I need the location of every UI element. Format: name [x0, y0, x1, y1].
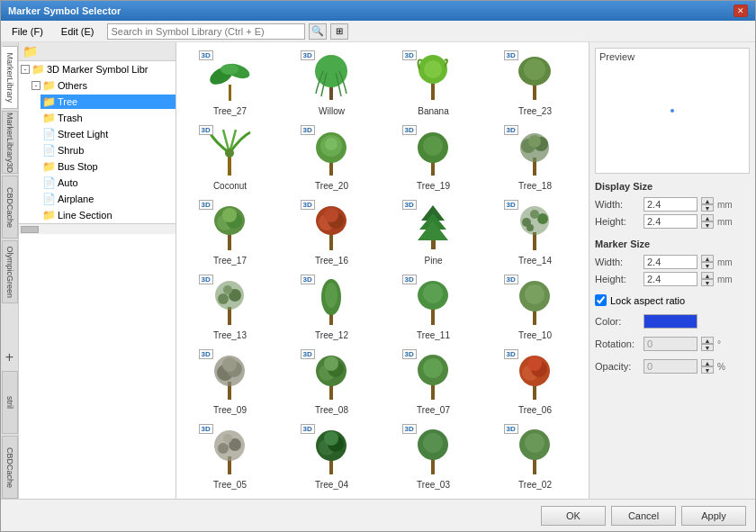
display-height-down[interactable]: ▼	[701, 221, 714, 229]
symbol-cell-tree16[interactable]: 3D Tree_16	[282, 195, 382, 268]
cancel-button[interactable]: Cancel	[611, 506, 676, 526]
expand-others-icon[interactable]: -	[32, 81, 40, 90]
symbol-cell-tree12[interactable]: 3D Tree_12	[282, 270, 382, 343]
symbol-cell-tree02[interactable]: 3D Tree_02	[485, 419, 585, 492]
tree-root-node[interactable]: - 📁 3D Marker Symbol Libr	[19, 61, 176, 77]
symbol-img-tree14: 3D	[504, 200, 567, 254]
color-label: Color:	[595, 316, 640, 327]
symbol-cell-willow[interactable]: 3D Willow	[282, 46, 382, 119]
marker-width-input[interactable]	[644, 255, 698, 269]
symbol-cell-tree11[interactable]: 3D Tree_11	[383, 270, 483, 343]
lock-aspect-checkbox[interactable]	[595, 294, 607, 306]
svg-point-5	[315, 55, 347, 87]
add-library-button[interactable]: +	[5, 349, 14, 365]
symbol-cell-tree18[interactable]: 3D Tree_18	[485, 121, 585, 194]
tree-auto-label: Auto	[58, 177, 78, 188]
color-swatch[interactable]	[644, 314, 698, 329]
tree-node-auto[interactable]: 📄 Auto	[19, 175, 176, 191]
symbol-cell-tree17[interactable]: 3D Tree_17	[180, 195, 280, 268]
tree-node-trash[interactable]: 📁 Trash	[19, 110, 176, 126]
side-tab-cbdcache2[interactable]: CBDCache	[2, 436, 18, 499]
rotation-input[interactable]	[644, 337, 698, 351]
grid-view-button[interactable]: ⊞	[330, 23, 348, 40]
display-width-down[interactable]: ▼	[701, 204, 714, 212]
ok-button[interactable]: OK	[541, 506, 606, 526]
symbol-cell-tree09[interactable]: 3D Tree_09	[180, 345, 280, 418]
rotation-up[interactable]: ▲	[701, 337, 714, 344]
marker-width-down[interactable]: ▼	[701, 262, 714, 269]
opacity-up[interactable]: ▲	[701, 359, 714, 366]
symbol-cell-coconut[interactable]: 3D Coconut	[180, 121, 280, 194]
edit-menu[interactable]: Edit (E)	[56, 24, 100, 39]
tree-node-airplane[interactable]: 📄 Airplane	[19, 191, 176, 207]
lock-aspect-row: Lock aspect ratio	[595, 294, 750, 306]
svg-point-50	[223, 285, 232, 294]
symbol-cell-tree27[interactable]: 3D Tree_27	[180, 46, 280, 119]
symbol-cell-banana[interactable]: 3D Banana	[383, 46, 483, 119]
symbol-cell-tree06[interactable]: 3D Tree_06	[485, 345, 585, 418]
expand-root-icon[interactable]: -	[21, 65, 30, 74]
marker-height-down[interactable]: ▼	[701, 279, 714, 286]
rotation-down[interactable]: ▼	[701, 344, 714, 351]
symbol-cell-tree13[interactable]: 3D Tree_13	[180, 270, 280, 343]
scroll-thumb[interactable]	[21, 226, 39, 233]
symbol-cell-tree03[interactable]: 3D Tree_03	[383, 419, 483, 492]
tree-others-label: Others	[58, 80, 87, 91]
tree-node-streetlight[interactable]: 📄 Street Light	[19, 126, 176, 142]
symbol-cell-tree14[interactable]: 3D Tree_14	[485, 195, 585, 268]
symbol-cell-tree10[interactable]: 3D Tree_10	[485, 270, 585, 343]
tree-node-linesection[interactable]: 📁 Line Section	[19, 207, 176, 223]
side-tab-markerlibrary3d[interactable]: MarkerLibrary3D	[2, 111, 18, 174]
display-width-input[interactable]	[644, 197, 698, 212]
display-height-input[interactable]	[644, 214, 698, 229]
symbol-cell-tree20[interactable]: 3D Tree_20	[282, 121, 382, 194]
side-tab-stril[interactable]: stril	[2, 371, 18, 434]
display-height-up[interactable]: ▲	[701, 214, 714, 221]
symbol-cell-tree05[interactable]: 3D Tree_05	[180, 419, 280, 492]
airplane-folder-icon: 📄	[42, 193, 56, 205]
tree-tree-label: Tree	[58, 96, 77, 107]
svg-point-17	[325, 138, 338, 150]
search-input[interactable]	[107, 23, 305, 40]
symbol-label-pine: Pine	[424, 256, 442, 266]
rotation-row: Rotation: ▲ ▼ °	[595, 337, 750, 351]
display-width-up[interactable]: ▲	[701, 197, 714, 204]
opacity-row: Opacity: ▲ ▼ %	[595, 359, 750, 374]
opacity-input[interactable]	[644, 359, 698, 374]
symbol-cell-tree19[interactable]: 3D Tree_19	[383, 121, 483, 194]
marker-height-up[interactable]: ▲	[701, 272, 714, 279]
marker-width-unit: mm	[717, 257, 733, 267]
opacity-down[interactable]: ▼	[701, 366, 714, 374]
close-button[interactable]: ✕	[734, 5, 748, 17]
side-tab-markerlibrary[interactable]: MarkerLibrary	[2, 46, 18, 109]
symbol-cell-tree04[interactable]: 3D Tree_04	[282, 419, 382, 492]
symbol-img-tree03: 3D	[402, 424, 465, 478]
opacity-stepper: ▲ ▼	[701, 359, 714, 374]
tree-node-others[interactable]: - 📁 Others	[19, 77, 176, 94]
symbol-cell-tree07[interactable]: 3D Tree_07	[383, 345, 483, 418]
symbol-cell-tree08[interactable]: 3D Tree_08	[282, 345, 382, 418]
apply-button[interactable]: Apply	[681, 506, 746, 526]
tree-node-shrub[interactable]: 📄 Shrub	[19, 142, 176, 158]
symbol-cell-tree23[interactable]: 3D Tree_23	[485, 46, 585, 119]
marker-size-section: Marker Size Width: ▲ ▼ mm Height: ▲	[595, 237, 750, 289]
symbol-label-tree05: Tree_05	[213, 480, 247, 490]
rotation-label: Rotation:	[595, 338, 640, 349]
marker-width-up[interactable]: ▲	[701, 255, 714, 262]
svg-point-45	[526, 224, 534, 231]
tree-horizontal-scrollbar[interactable]	[19, 223, 176, 234]
symbol-cell-pine[interactable]: 3D Pine	[383, 195, 483, 268]
symbol-img-tree06: 3D	[504, 349, 567, 403]
tree-node-busstop[interactable]: 📁 Bus Stop	[19, 158, 176, 175]
marker-height-input[interactable]	[644, 272, 698, 286]
side-tab-cbdcache[interactable]: CBDCache	[2, 176, 18, 239]
symbol-img-tree17: 3D	[199, 200, 262, 254]
opacity-label: Opacity:	[595, 361, 640, 372]
tree-node-tree[interactable]: 📁 Tree	[19, 94, 176, 110]
search-button[interactable]: 🔍	[309, 23, 327, 40]
file-menu[interactable]: File (F)	[6, 24, 49, 39]
marker-size-title: Marker Size	[595, 239, 750, 249]
side-tab-olympicgreen[interactable]: OlympicGreen	[2, 240, 18, 303]
symbol-label-tree02: Tree_02	[518, 480, 552, 490]
auto-folder-icon: 📄	[42, 176, 56, 189]
